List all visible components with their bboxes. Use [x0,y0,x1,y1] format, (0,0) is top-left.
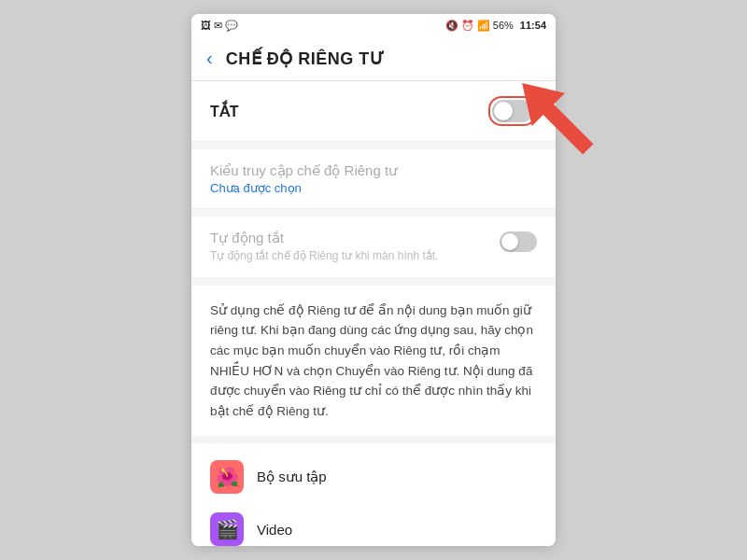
auto-off-toggle-knob [501,233,518,250]
main-toggle-row: TẮT [191,81,556,142]
phone-frame: 🖼 ✉ 💬 🔇 ⏰ 📶 56% 11:54 ‹ CHẾ ĐỘ RIÊNG TƯ … [191,14,556,546]
main-toggle-section: TẮT [191,81,556,142]
main-toggle-knob [494,102,513,120]
auto-off-text: Tự động tắt Tự động tắt chế độ Riêng tư … [210,230,488,264]
description-section: Sử dụng chế độ Riêng tư để ẩn nội dung b… [191,286,556,437]
app-icon-video: 🎬 [210,512,244,546]
main-toggle-highlight [488,96,537,126]
header: ‹ CHẾ ĐỘ RIÊNG TƯ [191,36,556,81]
list-item[interactable]: 🎬 Video [191,503,556,546]
list-item[interactable]: 🌺 Bộ sưu tập [191,451,556,503]
auto-off-description: Tự động tắt chế độ Riêng tư khi màn hình… [210,248,488,264]
access-type-section: Kiểu truy cập chế độ Riêng tư Chưa được … [191,149,556,209]
page-title: CHẾ ĐỘ RIÊNG TƯ [226,49,385,69]
main-toggle-label: TẮT [210,103,239,120]
status-bar: 🖼 ✉ 💬 🔇 ⏰ 📶 56% 11:54 [191,14,556,36]
apps-section: 🌺 Bộ sưu tập 🎬 Video 🎵 Âm nhạc [191,443,556,546]
status-left-icons: 🖼 ✉ 💬 [201,20,238,32]
status-right-icons: 🔇 ⏰ 📶 56% [445,20,514,32]
access-type-value: Chưa được chọn [210,181,537,195]
auto-off-label: Tự động tắt [210,230,488,246]
auto-off-section: Tự động tắt Tự động tắt chế độ Riêng tư … [191,217,556,278]
app-name-gallery: Bộ sưu tập [257,469,327,485]
app-icon-gallery: 🌺 [210,460,244,494]
content-area: TẮT Kiểu truy cập chế độ Riêng tư Chưa đ… [191,81,556,546]
main-toggle[interactable] [492,100,533,122]
status-time: 11:54 [520,20,546,31]
back-button[interactable]: ‹ [206,48,213,69]
access-type-row[interactable]: Kiểu truy cập chế độ Riêng tư Chưa được … [191,149,556,209]
access-type-label: Kiểu truy cập chế độ Riêng tư [210,162,537,179]
description-text: Sử dụng chế độ Riêng tư để ẩn nội dung b… [210,301,537,422]
auto-off-row: Tự động tắt Tự động tắt chế độ Riêng tư … [191,217,556,278]
app-name-video: Video [257,522,292,538]
auto-off-toggle[interactable] [500,231,537,252]
